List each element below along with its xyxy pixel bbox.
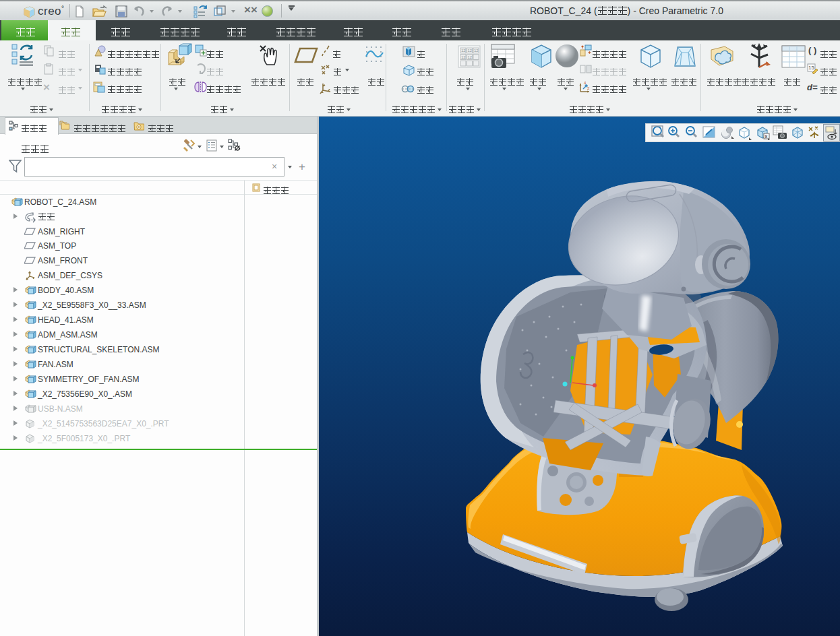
svg-text:12: 12 [461, 55, 466, 59]
svg-text:2: 2 [587, 86, 590, 90]
svg-text:15: 15 [808, 65, 814, 71]
svg-text:4: 4 [584, 81, 587, 85]
svg-text:8: 8 [765, 134, 768, 139]
svg-text:12: 12 [474, 49, 479, 53]
svg-text:12: 12 [468, 55, 473, 59]
svg-text:12: 12 [461, 49, 466, 53]
svg-text:12: 12 [468, 49, 473, 53]
